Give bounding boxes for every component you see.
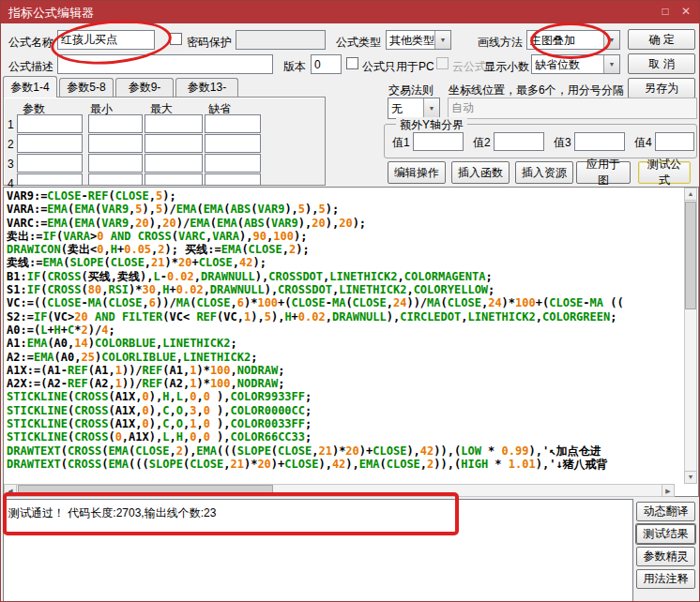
code-line: S2:=IF(VC>20 AND FILTER(VC< REF(VC,1),5)…: [7, 310, 684, 324]
code-line: DRAWICON(卖出<0,H+0.05,2); 买线:=EMA(CLOSE,2…: [7, 243, 684, 256]
password-protect-checkbox[interactable]: [170, 33, 182, 45]
param-input-r2-max[interactable]: [145, 134, 203, 153]
insert-resource-button[interactable]: 插入资源: [515, 161, 573, 184]
dynamic-translate-button[interactable]: 动态翻译: [636, 502, 695, 521]
scroll-up-icon[interactable]: ▲: [684, 188, 697, 201]
param-input-r1-max[interactable]: [145, 114, 203, 133]
param-panel: 参数 最小 最大 缺省 1 2 3 4: [3, 97, 326, 186]
code-line: A2:=EMA(A0,25)COLORLIBLUE,LINETHICK2;: [7, 351, 684, 364]
value3-input[interactable]: [574, 132, 625, 151]
formula-type-value: 其他类型: [389, 33, 434, 49]
ok-button[interactable]: 确 定: [628, 29, 695, 50]
param-input-r1-default[interactable]: [205, 114, 261, 133]
code-line: STICKLINE(CROSS(0,A1X),L,H,0,0 ),COLOR66…: [7, 430, 684, 444]
code-line: STICKLINE(CROSS(A1X,0),C,O,1,0 ),COLOR00…: [7, 417, 684, 430]
tab-params-9-12[interactable]: 参数9-12: [115, 78, 174, 97]
param-wizard-button[interactable]: 参数精灵: [636, 547, 695, 566]
version-input[interactable]: [311, 54, 342, 74]
pc-only-checkbox[interactable]: [346, 57, 358, 69]
trade-rule-value: 无: [391, 101, 403, 117]
code-line: STICKLINE(CROSS(A1X,0),H,L,0,0 ),COLOR99…: [7, 390, 684, 403]
test-result-button[interactable]: 测试结果: [636, 524, 695, 544]
code-line: DRAWTEXT(CROSS(EMA(((SLOPE(CLOSE,21)*20)…: [7, 458, 684, 471]
param-input-r1-min[interactable]: [88, 114, 143, 133]
vertical-scrollbar-thumb[interactable]: [685, 202, 696, 309]
formula-type-label: 公式类型: [336, 35, 381, 51]
horizontal-scrollbar-thumb[interactable]: [18, 485, 273, 496]
param-input-r3-default[interactable]: [205, 154, 261, 173]
apply-to-chart-button[interactable]: 应用于图: [576, 161, 631, 184]
param-input-r2-name[interactable]: [17, 134, 83, 153]
trade-rule-select[interactable]: 无 ▼: [388, 98, 440, 119]
tab-params-1-4[interactable]: 参数1-4: [3, 76, 57, 98]
usage-notes-button[interactable]: 用法注释: [636, 569, 695, 589]
edit-operations-button[interactable]: 编辑操作: [388, 161, 446, 184]
value2-label: 值2: [473, 135, 491, 151]
close-icon[interactable]: ✕: [677, 4, 695, 20]
trade-rule-label: 交易法则: [388, 83, 434, 98]
param-input-r4-max[interactable]: [145, 173, 203, 186]
test-result-box: 测试通过！ 代码长度:2703,输出线个数:23: [3, 499, 633, 602]
param-row-number: 1: [8, 118, 14, 131]
chevron-down-icon[interactable]: ▼: [603, 31, 619, 49]
test-result-message: 测试通过！ 代码长度:2703,输出线个数:23: [8, 505, 216, 521]
tab-params-5-8[interactable]: 参数5-8: [59, 78, 114, 97]
code-line: DRAWTEXT(CROSS(EMA(CLOSE,2),EMA(((SLOPE(…: [7, 444, 684, 458]
code-line: VARC:=EMA(EMA(VAR9,20),20)/EMA(EMA(ABS(V…: [7, 217, 684, 230]
code-line: 卖线:=EMA(SLOPE(CLOSE,21)*20+CLOSE,42);: [7, 256, 684, 269]
draw-method-value: 主图叠加: [530, 33, 575, 49]
chevron-down-icon[interactable]: ▼: [603, 55, 619, 73]
draw-method-select[interactable]: 主图叠加 ▼: [526, 30, 620, 50]
param-input-r3-max[interactable]: [145, 154, 203, 173]
test-formula-button[interactable]: 测试公式: [638, 161, 691, 184]
value4-input[interactable]: [655, 132, 694, 151]
password-input: [236, 30, 326, 50]
code-line: A2X:=(A2-REF(A2,1))/REF(A2,1)*100,NODRAW…: [7, 377, 684, 390]
param-row-number: 3: [8, 158, 14, 171]
formula-code-editor[interactable]: VAR9:=CLOSE-REF(CLOSE,5);VARA:=EMA(EMA(V…: [3, 187, 699, 497]
param-input-r2-default[interactable]: [205, 134, 261, 153]
formula-type-select[interactable]: 其他类型 ▼: [386, 30, 451, 50]
value3-label: 值3: [554, 135, 571, 151]
tab-params-13-16[interactable]: 参数13-16: [175, 78, 238, 97]
chevron-down-icon[interactable]: ▼: [434, 31, 450, 49]
formula-name-label: 公式名称: [8, 35, 53, 51]
code-line: 卖出:=IF(VARA>0 AND CROSS(VARC,VARA),90,10…: [7, 230, 684, 243]
titlebar[interactable]: 指标公式编辑器 □ ✕: [1, 1, 700, 23]
password-protect-label: 密码保护: [187, 35, 232, 51]
value1-label: 值1: [392, 135, 410, 151]
decimals-select[interactable]: 缺省位数 ▼: [531, 54, 620, 74]
save-as-button[interactable]: 另存为: [628, 78, 695, 98]
cancel-button[interactable]: 取 消: [628, 53, 695, 74]
param-row-number: 2: [8, 138, 14, 151]
maximize-icon[interactable]: □: [656, 4, 675, 20]
code-line: B1:IF(CROSS(买线,卖线),L-0.02,DRAWNULL),CROS…: [7, 270, 684, 283]
value4-label: 值4: [634, 135, 652, 151]
scroll-right-icon[interactable]: ▶: [662, 484, 675, 497]
param-row-number: 4: [8, 177, 14, 190]
param-input-r4-min[interactable]: [88, 173, 143, 186]
formula-desc-input[interactable]: [57, 54, 273, 74]
extra-y-axis-label: 额外Y轴分界: [396, 117, 467, 133]
version-label: 版本: [283, 59, 306, 75]
formula-name-input[interactable]: [57, 30, 155, 50]
window-title: 指标公式编辑器: [8, 5, 94, 22]
code-line: A1:EMA(A0,14)COLORBLUE,LINETHICK2;: [7, 337, 684, 350]
param-input-r1-name[interactable]: [17, 114, 83, 133]
insert-function-button[interactable]: 插入函数: [451, 161, 510, 184]
param-input-r4-default[interactable]: [205, 173, 261, 186]
code-text[interactable]: VAR9:=CLOSE-REF(CLOSE,5);VARA:=EMA(EMA(V…: [7, 189, 684, 482]
formula-desc-label: 公式描述: [8, 59, 53, 75]
chevron-down-icon[interactable]: ▼: [423, 98, 439, 118]
value2-input[interactable]: [494, 132, 544, 151]
scroll-left-icon[interactable]: ◀: [4, 484, 17, 497]
param-input-r2-min[interactable]: [88, 134, 143, 153]
param-input-r3-min[interactable]: [88, 154, 143, 173]
param-input-r4-name[interactable]: [17, 173, 83, 186]
cloud-formula-checkbox: [436, 57, 449, 69]
param-input-r3-name[interactable]: [17, 154, 83, 173]
decimals-label: 显示小数: [484, 59, 529, 75]
value1-input[interactable]: [413, 132, 464, 151]
code-line: A0:=(L+H+C*2)/4;: [7, 324, 684, 337]
scroll-down-icon[interactable]: ▼: [684, 471, 697, 484]
